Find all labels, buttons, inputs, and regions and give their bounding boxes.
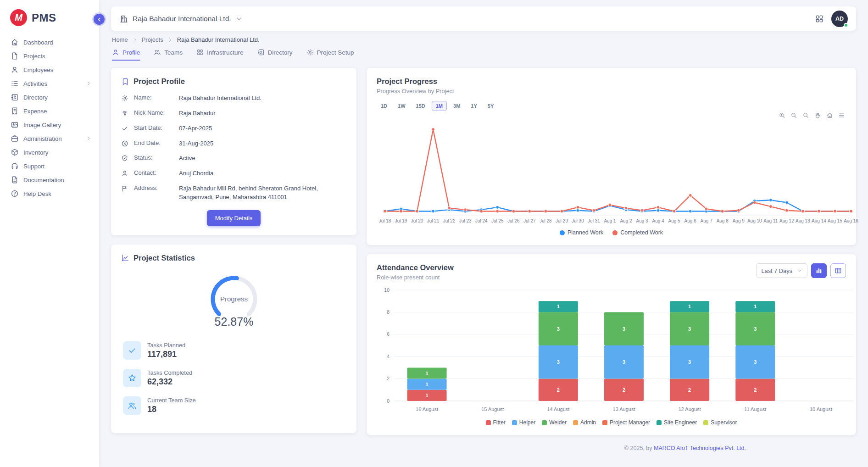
- check-icon: [121, 125, 128, 132]
- attendance-range-select[interactable]: Last 7 Days: [756, 263, 807, 278]
- svg-text:3: 3: [623, 359, 625, 365]
- legend-item-project-manager[interactable]: Project Manager: [602, 419, 650, 426]
- sidebar-item-employees[interactable]: Employees: [0, 63, 99, 77]
- tab-label: Profile: [122, 49, 140, 56]
- selection-zoom-icon[interactable]: [802, 112, 809, 119]
- attendance-bar-chart: 024681016 August11115 August14 August233…: [377, 284, 859, 417]
- legend-swatch: [602, 420, 607, 425]
- sidebar-item-label: Support: [23, 163, 45, 170]
- range-1y-button[interactable]: 1Y: [467, 101, 481, 111]
- svg-text:Jul 24: Jul 24: [475, 218, 488, 223]
- tab-directory[interactable]: Directory: [257, 49, 293, 61]
- range-3m-button[interactable]: 3M: [449, 101, 464, 111]
- select-value: Last 7 Days: [761, 267, 792, 274]
- sidebar-item-label: Image Gallery: [23, 122, 61, 128]
- sidebar-item-directory[interactable]: Directory: [0, 90, 99, 104]
- x-circle-icon: [121, 140, 128, 147]
- stat-label: Tasks Planned: [147, 342, 185, 349]
- tab-label: Directory: [268, 49, 293, 56]
- sidebar-item-image-gallery[interactable]: Image Gallery: [0, 118, 99, 132]
- app-logo[interactable]: M PMS: [0, 7, 99, 35]
- legend-label: Admin: [580, 419, 596, 426]
- sidebar-item-help-desk[interactable]: Help Desk: [0, 187, 99, 200]
- tab-profile[interactable]: Profile: [112, 49, 140, 61]
- svg-text:Aug 5: Aug 5: [668, 218, 681, 223]
- legend-item-welder[interactable]: Welder: [542, 419, 567, 426]
- tab-infrastructure[interactable]: Infrastructure: [196, 49, 244, 61]
- range-1w-button[interactable]: 1W: [394, 101, 410, 111]
- progress-gauge: Progress52.87%: [200, 271, 268, 330]
- legend-item-helper[interactable]: Helper: [512, 419, 535, 426]
- logo-letter: M: [15, 12, 22, 23]
- company-selector[interactable]: Raja Bahadur International Ltd.: [119, 14, 243, 23]
- apps-grid-button[interactable]: [815, 14, 824, 23]
- svg-text:10 August: 10 August: [810, 406, 832, 412]
- footer: © 2025, by MARCO AIoT Technologies Pvt. …: [367, 444, 856, 457]
- grid-icon: [196, 49, 204, 56]
- profile-field-status: Status:Active: [121, 154, 346, 163]
- range-5y-button[interactable]: 5Y: [484, 101, 498, 111]
- stat-team-size: Current Team Size18: [123, 396, 346, 415]
- legend-label: Project Manager: [610, 419, 650, 426]
- svg-text:1: 1: [426, 371, 428, 376]
- svg-text:2: 2: [387, 376, 389, 381]
- zoom-out-icon[interactable]: [790, 112, 797, 119]
- svg-text:3: 3: [557, 359, 560, 365]
- breadcrumb: Home Projects Raja Bahadur International…: [112, 36, 855, 43]
- svg-text:Jul 27: Jul 27: [523, 218, 536, 223]
- legend-label: Fitter: [493, 419, 506, 426]
- field-value: Raja Bahadur: [179, 109, 346, 118]
- tab-bar: Profile Teams Infrastructure Directory P…: [112, 49, 855, 61]
- chart-menu-icon[interactable]: [838, 112, 845, 119]
- legend-item-fitter[interactable]: Fitter: [486, 419, 506, 426]
- sidebar-item-activities[interactable]: Activities: [0, 77, 99, 90]
- sidebar-item-support[interactable]: Support: [0, 159, 99, 173]
- range-1d-button[interactable]: 1D: [377, 101, 391, 111]
- chart-view-button[interactable]: [811, 263, 827, 278]
- svg-text:Aug 14: Aug 14: [812, 218, 826, 223]
- sidebar-item-label: Expense: [23, 108, 47, 115]
- legend-item-planned-work[interactable]: Planned Work: [560, 229, 603, 236]
- reset-zoom-icon[interactable]: [826, 112, 833, 119]
- sidebar-item-documentation[interactable]: Documentation: [0, 173, 99, 187]
- sidebar-item-inventory[interactable]: Inventory: [0, 145, 99, 159]
- tab-label: Teams: [164, 49, 183, 56]
- sidebar-item-administration[interactable]: Administration: [0, 132, 99, 145]
- legend-item-admin[interactable]: Admin: [573, 419, 596, 426]
- sidebar-item-dashboard[interactable]: Dashboard: [0, 35, 99, 49]
- svg-text:6: 6: [387, 331, 389, 337]
- modify-details-button[interactable]: Modify Details: [207, 210, 261, 226]
- svg-text:52.87%: 52.87%: [214, 315, 253, 328]
- svg-text:14 August: 14 August: [547, 406, 569, 412]
- sidebar-collapse-button[interactable]: [94, 14, 105, 25]
- range-15d-button[interactable]: 15D: [412, 101, 429, 111]
- line-chart-legend: Planned WorkCompleted Work: [377, 229, 846, 236]
- breadcrumb-projects[interactable]: Projects: [142, 36, 163, 43]
- range-1m-button[interactable]: 1M: [432, 101, 447, 111]
- svg-text:Aug 2: Aug 2: [620, 218, 632, 223]
- sidebar-item-label: Activities: [23, 80, 47, 87]
- svg-text:1: 1: [754, 304, 757, 309]
- svg-text:1: 1: [688, 304, 691, 309]
- sidebar-item-projects[interactable]: Projects: [0, 49, 99, 63]
- svg-text:11 August: 11 August: [744, 406, 766, 412]
- sidebar-item-label: Documentation: [23, 177, 64, 183]
- user-avatar[interactable]: AD: [831, 11, 848, 27]
- sidebar-nav: Dashboard Projects Employees Activities …: [0, 35, 99, 200]
- svg-text:Jul 23: Jul 23: [459, 218, 472, 223]
- zoom-in-icon[interactable]: [779, 112, 785, 119]
- tab-teams[interactable]: Teams: [154, 49, 183, 61]
- tab-project-setup[interactable]: Project Setup: [306, 49, 354, 61]
- sidebar-item-label: Help Desk: [23, 190, 51, 197]
- svg-text:1: 1: [426, 393, 428, 398]
- legend-item-site-engineer[interactable]: Site Engineer: [657, 419, 697, 426]
- field-value: 07-Apr-2025: [179, 124, 346, 133]
- legend-item-supervisor[interactable]: Supervisor: [703, 419, 737, 426]
- pan-icon[interactable]: [814, 112, 821, 119]
- footer-link[interactable]: MARCO AIoT Technologies Pvt. Ltd.: [654, 445, 746, 451]
- sidebar-item-expense[interactable]: Expense: [0, 104, 99, 118]
- legend-swatch: [560, 230, 565, 235]
- table-view-button[interactable]: [830, 263, 846, 278]
- legend-item-completed-work[interactable]: Completed Work: [612, 229, 663, 236]
- breadcrumb-home[interactable]: Home: [112, 36, 128, 43]
